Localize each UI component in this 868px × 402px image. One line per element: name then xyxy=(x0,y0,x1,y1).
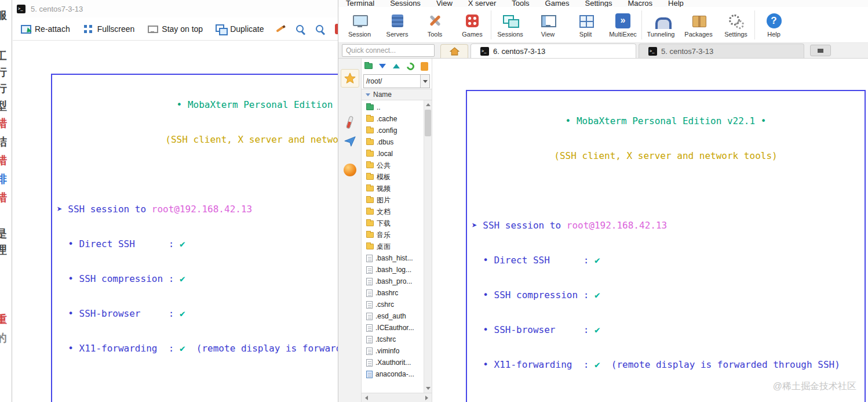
file-item[interactable]: anaconda-... xyxy=(362,368,424,380)
ribbon-icon xyxy=(767,13,782,28)
macros-button[interactable] xyxy=(341,132,359,150)
upload-button[interactable] xyxy=(391,60,402,72)
stay-on-top-button[interactable]: Stay on top xyxy=(142,20,208,38)
file-item[interactable]: 模板 xyxy=(362,171,424,183)
ribbon-button[interactable]: Help xyxy=(755,10,793,39)
file-item[interactable]: .viminfo xyxy=(362,345,424,357)
file-item[interactable]: .Xauthorit... xyxy=(362,357,424,368)
tab-label: 6. centos7-3-13 xyxy=(493,47,545,56)
tab-centos7-3-13-inactive[interactable]: 5. centos7-3-13 xyxy=(639,44,804,58)
feature-x11: • X11-forwarding : xyxy=(472,359,595,370)
menu-item[interactable]: Help xyxy=(668,0,684,7)
tools-pen-button[interactable] xyxy=(341,113,359,132)
file-item[interactable]: .local xyxy=(362,148,424,160)
file-name: .viminfo xyxy=(375,347,399,355)
ribbon-button[interactable]: Tools xyxy=(416,10,454,39)
ribbon-button[interactable]: Servers xyxy=(378,10,416,39)
scroll-down-button[interactable] xyxy=(424,385,432,393)
ribbon-button[interactable]: Split xyxy=(567,10,604,39)
blank-line xyxy=(57,378,338,389)
file-item[interactable]: 图片 xyxy=(362,194,424,206)
new-tab-button[interactable] xyxy=(810,45,831,56)
file-item[interactable]: 音乐 xyxy=(362,229,424,241)
ribbon-button[interactable]: Sessions xyxy=(491,10,529,39)
fullscreen-button[interactable]: Fullscreen xyxy=(78,20,140,38)
file-item[interactable]: 文档 xyxy=(362,206,424,218)
terminal-right[interactable]: • MobaXterm Personal Edition v22.1 • (SS… xyxy=(432,59,868,402)
ribbon-button[interactable]: MultiExec xyxy=(604,10,642,39)
scroll-left-icon[interactable] xyxy=(363,396,368,400)
new-folder-button[interactable] xyxy=(363,60,374,72)
ribbon-icon xyxy=(428,13,443,28)
file-item[interactable]: .bash_hist... xyxy=(362,252,424,264)
file-item[interactable]: .ICEauthor... xyxy=(362,322,424,334)
file-list-header[interactable]: Name xyxy=(362,89,432,100)
file-item[interactable]: 桌面 xyxy=(362,241,424,252)
home-tab[interactable] xyxy=(440,44,468,58)
terminal-left[interactable]: • MobaXterm Personal Edition v22.1 • (SS… xyxy=(13,41,338,402)
reattach-button[interactable]: Re-attach xyxy=(15,20,75,38)
zoom-out-button[interactable] xyxy=(311,20,329,38)
quick-connect-input[interactable] xyxy=(342,44,435,57)
file-item[interactable]: .cache xyxy=(362,113,424,125)
duplicate-button[interactable]: Duplicate xyxy=(210,20,269,38)
menu-item[interactable]: View xyxy=(436,0,453,7)
ribbon-icon xyxy=(578,13,593,28)
file-item[interactable]: .bash_pro... xyxy=(362,276,424,287)
menu-item[interactable]: Macros xyxy=(628,0,652,7)
file-icon xyxy=(366,266,373,274)
tracking-button[interactable] xyxy=(418,60,430,72)
file-item[interactable]: .bash_log... xyxy=(362,264,424,276)
file-item[interactable]: .esd_auth xyxy=(362,310,424,322)
moba-ball-button[interactable] xyxy=(341,161,359,179)
vertical-scrollbar[interactable] xyxy=(424,100,432,393)
ribbon-button[interactable]: View xyxy=(529,10,567,39)
menu-item[interactable]: Tools xyxy=(512,0,529,7)
scrollbar-thumb[interactable] xyxy=(425,110,431,136)
ribbon-button[interactable]: Tunneling xyxy=(642,10,680,39)
ribbon-button[interactable]: Settings xyxy=(717,10,755,39)
home-icon xyxy=(450,47,459,56)
ribbon-button[interactable]: Packages xyxy=(680,10,717,39)
download-button[interactable] xyxy=(377,60,388,72)
menu-item[interactable]: Sessions xyxy=(390,0,421,7)
edit-button[interactable] xyxy=(272,20,289,38)
refresh-button[interactable] xyxy=(404,60,416,72)
triangle-down-icon xyxy=(426,387,431,392)
scroll-up-button[interactable] xyxy=(424,100,432,108)
tab-centos7-3-13-active[interactable]: 6. centos7-3-13 xyxy=(471,44,636,58)
ribbon-button[interactable]: Games xyxy=(454,10,491,39)
ribbon-label: Packages xyxy=(684,31,712,38)
file-item[interactable]: .dbus xyxy=(362,136,424,148)
file-item[interactable]: .config xyxy=(362,125,424,136)
clipped-page-text: 的 xyxy=(0,331,7,346)
file-item[interactable]: .tcshrc xyxy=(362,334,424,345)
file-item[interactable]: .cshrc xyxy=(362,299,424,310)
file-item[interactable]: 视频 xyxy=(362,183,424,194)
ribbon-label: Tunneling xyxy=(647,31,675,38)
horizontal-scrollbar[interactable] xyxy=(362,393,432,402)
sessions-star-button[interactable] xyxy=(341,69,359,88)
file-icon xyxy=(366,336,373,343)
file-name: .cache xyxy=(377,115,397,123)
duplicate-label: Duplicate xyxy=(230,24,264,34)
mobaxterm-app-button[interactable] xyxy=(331,20,338,38)
file-item[interactable]: .. xyxy=(362,102,424,113)
menu-item[interactable]: Terminal xyxy=(346,0,374,7)
terminal-icon xyxy=(17,5,25,13)
menu-item[interactable]: Settings xyxy=(585,0,612,7)
file-item[interactable]: .bashrc xyxy=(362,287,424,299)
file-icon xyxy=(366,347,373,355)
path-dropdown[interactable]: /root/ xyxy=(363,74,430,88)
duplicate-icon xyxy=(216,24,226,34)
file-item[interactable]: 公共 xyxy=(362,160,424,171)
file-item[interactable]: 下载 xyxy=(362,218,424,229)
menu-item[interactable]: Games xyxy=(545,0,570,7)
zoom-in-button[interactable] xyxy=(291,20,309,38)
ribbon-button[interactable]: Session xyxy=(341,10,378,39)
scroll-right-icon[interactable] xyxy=(425,396,431,400)
path-dropdown-button[interactable] xyxy=(420,75,429,88)
menu-item[interactable]: X server xyxy=(468,0,496,7)
file-name: .dbus xyxy=(377,138,393,146)
ribbon-icon xyxy=(615,13,630,28)
